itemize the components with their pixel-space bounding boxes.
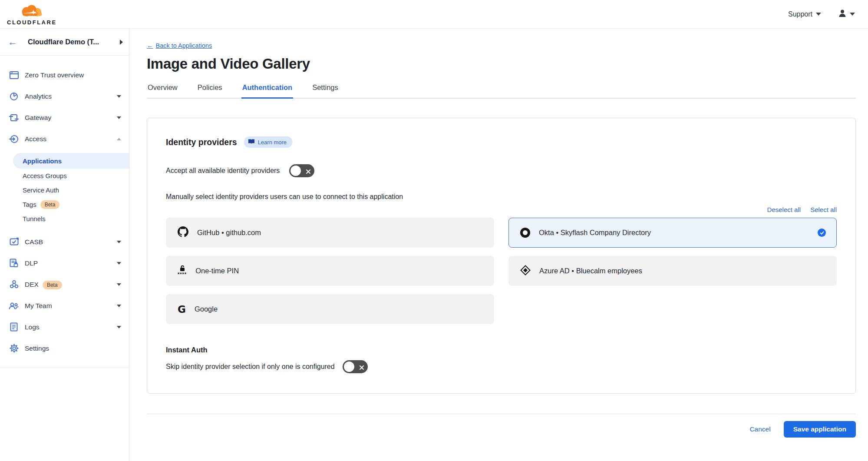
footer-actions: Cancel Save application xyxy=(147,421,856,438)
provider-github[interactable]: GitHub • github.com xyxy=(166,218,494,248)
top-bar: CLOUDFLARE Support xyxy=(0,0,868,29)
sidebar-item-gateway[interactable]: Gateway xyxy=(0,107,129,128)
chevron-down-icon xyxy=(117,241,121,243)
sidebar-item-my-team[interactable]: My Team xyxy=(0,295,129,316)
chevron-down-icon xyxy=(816,13,821,16)
instant-auth-toggle[interactable] xyxy=(343,360,368,373)
select-all-link[interactable]: Select all xyxy=(810,206,837,213)
gateway-icon xyxy=(9,113,19,123)
sidebar: ← Cloudflare Demo (T... Zero Trust overv… xyxy=(0,29,129,461)
provider-one-time-pin[interactable]: **** One-time PIN xyxy=(166,256,494,286)
sidebar-item-label: Settings xyxy=(25,345,121,352)
access-login-icon xyxy=(9,134,19,144)
cloudflare-wordmark: CLOUDFLARE xyxy=(7,20,57,25)
sidebar-item-label: Tunnels xyxy=(23,215,46,222)
support-menu[interactable]: Support xyxy=(788,10,821,18)
cloudflare-cloud-icon xyxy=(18,5,45,19)
account-switcher: ← Cloudflare Demo (T... xyxy=(0,29,129,56)
provider-label: One-time PIN xyxy=(195,267,483,275)
people-icon xyxy=(9,301,19,311)
chevron-right-icon[interactable] xyxy=(120,40,123,45)
cloudflare-logo[interactable]: CLOUDFLARE xyxy=(7,3,57,25)
learn-more-badge[interactable]: Learn more xyxy=(244,136,292,148)
sidebar-item-logs[interactable]: Logs xyxy=(0,316,129,338)
sidebar-item-label: CASB xyxy=(25,238,111,246)
sidebar-item-access[interactable]: Access xyxy=(0,128,129,149)
tab-settings[interactable]: Settings xyxy=(311,83,339,98)
chevron-down-icon xyxy=(117,262,121,265)
tab-policies[interactable]: Policies xyxy=(197,83,223,98)
chevron-down-icon xyxy=(117,326,121,328)
book-icon xyxy=(248,139,255,146)
log-file-icon xyxy=(9,322,19,332)
github-icon xyxy=(178,226,188,239)
save-application-button[interactable]: Save application xyxy=(784,421,856,438)
provider-azure-ad[interactable]: Azure AD • Bluecalm employees xyxy=(508,256,837,286)
beta-badge: Beta xyxy=(40,200,60,209)
tab-overview[interactable]: Overview xyxy=(147,83,178,98)
back-to-applications-link[interactable]: ← Back to Applications xyxy=(147,42,212,49)
sidebar-item-access-groups[interactable]: Access Groups xyxy=(0,169,129,183)
chevron-down-icon xyxy=(117,305,121,307)
chevron-down-icon xyxy=(850,13,855,16)
back-arrow-icon[interactable]: ← xyxy=(8,37,17,47)
window-icon xyxy=(9,70,19,80)
instant-auth-label: Skip identity provider selection if only… xyxy=(166,363,335,371)
sidebar-item-label: Analytics xyxy=(25,93,111,100)
learn-more-label: Learn more xyxy=(258,139,287,146)
provider-label: GitHub • github.com xyxy=(197,229,483,237)
provider-google[interactable]: G Google xyxy=(166,294,494,324)
sidebar-item-tunnels[interactable]: Tunnels xyxy=(0,212,129,226)
sidebar-item-dlp[interactable]: DLP xyxy=(0,252,129,274)
sidebar-item-zero-trust-overview[interactable]: Zero Trust overview xyxy=(0,64,129,86)
gear-icon xyxy=(9,343,19,354)
provider-label: Azure AD • Bluecalm employees xyxy=(539,267,826,275)
account-menu[interactable] xyxy=(838,9,855,20)
sidebar-item-dex[interactable]: DEXBeta xyxy=(0,274,129,295)
sidebar-item-label: Tags xyxy=(23,201,36,208)
sidebar-item-label: Zero Trust overview xyxy=(25,71,121,79)
pie-chart-icon xyxy=(9,91,19,102)
okta-icon xyxy=(520,228,530,238)
tab-authentication[interactable]: Authentication xyxy=(241,83,294,99)
instant-auth-heading: Instant Auth xyxy=(166,346,837,354)
sidebar-item-service-auth[interactable]: Service Auth xyxy=(0,183,129,197)
document-lock-icon xyxy=(9,258,19,269)
sidebar-item-label: Logs xyxy=(25,323,111,331)
accept-all-label: Accept all available identity providers xyxy=(166,167,280,175)
azure-ad-icon xyxy=(520,265,531,277)
sidebar-item-casb[interactable]: CASB xyxy=(0,231,129,252)
footer-divider xyxy=(147,414,856,414)
casb-icon xyxy=(9,237,19,247)
sidebar-item-label: DEXBeta xyxy=(25,281,111,289)
tab-bar: Overview Policies Authentication Setting… xyxy=(147,83,856,99)
provider-label: Okta • Skyflash Company Directory xyxy=(539,229,809,237)
main-content: ← Back to Applications Image and Video G… xyxy=(129,29,868,461)
one-time-pin-icon: **** xyxy=(178,265,187,277)
sidebar-item-label: Gateway xyxy=(25,114,111,122)
accept-all-toggle[interactable] xyxy=(289,164,314,177)
card-title: Identity providers xyxy=(166,137,237,147)
beta-badge: Beta xyxy=(43,281,62,289)
sidebar-item-tags[interactable]: Tags Beta xyxy=(0,197,129,212)
toggle-knob xyxy=(290,166,301,176)
sidebar-nav: Zero Trust overview Analytics Gateway xyxy=(0,56,129,368)
network-nodes-icon xyxy=(9,279,19,290)
sidebar-item-applications[interactable]: Applications xyxy=(13,153,129,169)
account-name[interactable]: Cloudflare Demo (T... xyxy=(28,38,120,46)
sidebar-item-settings[interactable]: Settings xyxy=(0,338,129,359)
manual-select-hint: Manually select identity providers users… xyxy=(166,193,837,201)
sidebar-item-analytics[interactable]: Analytics xyxy=(0,86,129,107)
provider-grid: GitHub • github.com Okta • Skyflash Comp… xyxy=(166,218,837,324)
chevron-up-icon xyxy=(117,138,121,140)
sidebar-item-label: My Team xyxy=(25,302,111,310)
user-icon xyxy=(838,9,847,20)
identity-providers-card: Identity providers Learn more Accept all… xyxy=(147,118,856,394)
sidebar-item-label: Applications xyxy=(23,157,62,165)
sidebar-item-label: Access Groups xyxy=(23,172,67,179)
provider-label: Google xyxy=(195,305,483,313)
deselect-all-link[interactable]: Deselect all xyxy=(767,206,801,213)
provider-okta[interactable]: Okta • Skyflash Company Directory xyxy=(508,218,837,248)
cancel-button[interactable]: Cancel xyxy=(749,425,770,433)
sidebar-item-label: Service Auth xyxy=(23,186,59,194)
